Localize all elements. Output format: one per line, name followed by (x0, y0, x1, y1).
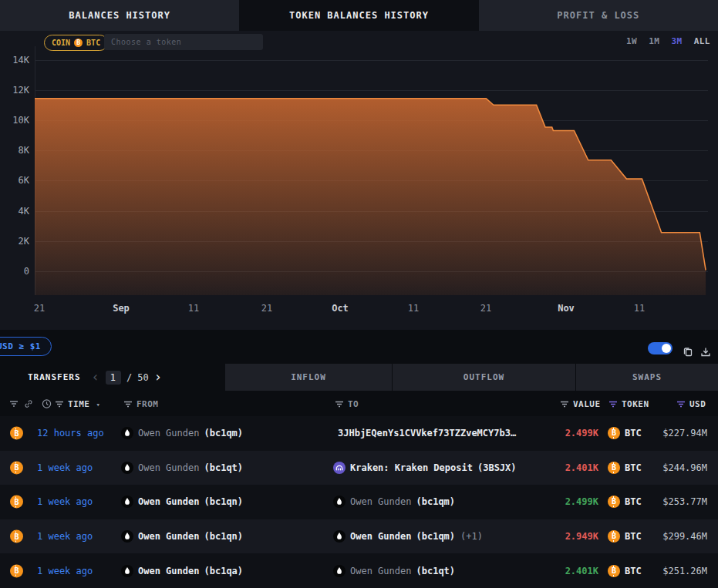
filter-icon (335, 400, 344, 408)
to-entity[interactable]: Kraken: Kraken Deposit (3BSJX) (333, 462, 517, 474)
usd-header-label: USD (689, 399, 706, 409)
table-row[interactable]: B 1 week ago Owen Gunden (bc1qn) Owen Gu… (0, 519, 718, 554)
to-name: Owen Gunden (350, 496, 411, 507)
entity-avatar-icon (121, 530, 133, 543)
to-name: Owen Gunden (350, 566, 411, 576)
y-tick: 10K (0, 114, 29, 126)
to-name: Owen Gunden (350, 531, 411, 542)
from-entity[interactable]: Owen Gunden (bc1qa) (121, 565, 243, 577)
transfer-time-link[interactable]: 1 week ago (37, 496, 93, 507)
time-header-label: TIME (68, 399, 90, 409)
from-name: Owen Gunden (138, 462, 199, 473)
entity-avatar-icon (333, 462, 346, 474)
to-entity[interactable]: 3JHbjEQenYs1CVVkef73TZZveMCY7b3… (333, 428, 516, 438)
from-name: Owen Gunden (138, 496, 199, 507)
bitcoin-icon: B (74, 39, 83, 47)
to-entity[interactable]: Owen Gunden (bc1qm) (+1) (333, 530, 483, 543)
from-entity[interactable]: Owen Gunden (bc1qm) (121, 427, 243, 439)
btc-token-icon: B (10, 427, 23, 440)
table-header: TIME ▾ FROM TO VALUE TOKEN USD (0, 391, 718, 417)
x-tick: 11 (634, 303, 645, 314)
from-name: Owen Gunden (138, 566, 199, 576)
transfer-value: 2.401K (531, 462, 598, 473)
column-token[interactable]: TOKEN (608, 399, 649, 409)
from-address: (bc1qn) (204, 531, 243, 542)
transfer-time-link[interactable]: 1 week ago (37, 462, 93, 473)
tab-outflow[interactable]: OUTFLOW (392, 364, 575, 391)
column-time[interactable]: TIME ▾ (55, 399, 100, 409)
top-tabbar: BALANCES HISTORY TOKEN BALANCES HISTORY … (0, 0, 718, 31)
column-usd[interactable]: USD (676, 399, 706, 409)
filter-icon (123, 400, 133, 408)
tab-transfers[interactable]: TRANSFERS ‹ 1 / 50 › (0, 364, 225, 391)
transfer-time-link[interactable]: 1 week ago (37, 531, 93, 542)
x-tick: Nov (558, 303, 575, 314)
entity-avatar-icon (333, 565, 346, 577)
download-icon[interactable] (699, 346, 712, 361)
x-tick: 11 (408, 303, 419, 314)
entity-avatar-icon (121, 496, 133, 508)
coin-filter-chip[interactable]: COIN B BTC (44, 35, 108, 51)
range-1w[interactable]: 1W (626, 36, 637, 46)
usd-value: $253.77M (636, 496, 707, 507)
range-all[interactable]: ALL (694, 36, 710, 46)
column-from[interactable]: FROM (123, 399, 159, 409)
filter-icon (55, 400, 64, 408)
transfer-time-link[interactable]: 1 week ago (37, 566, 93, 576)
entity-avatar-icon (121, 462, 133, 474)
from-entity[interactable]: Owen Gunden (bc1qn) (121, 530, 243, 543)
tab-token-balances-history[interactable]: TOKEN BALANCES HISTORY (239, 0, 478, 31)
to-header-label: TO (348, 399, 359, 409)
total-pages: 50 (137, 372, 148, 383)
from-entity[interactable]: Owen Gunden (bc1qt) (121, 462, 243, 474)
tab-swaps[interactable]: SWAPS (575, 364, 718, 391)
y-tick: 6K (0, 174, 29, 186)
from-header-label: FROM (137, 399, 159, 409)
to-entity[interactable]: Owen Gunden (bc1qt) (333, 565, 455, 577)
link-icon[interactable] (23, 398, 34, 409)
token-search-input[interactable] (104, 34, 263, 50)
to-entity[interactable]: Owen Gunden (bc1qm) (333, 496, 455, 508)
to-address: (bc1qm) (416, 496, 455, 507)
transfers-label: TRANSFERS (28, 372, 81, 382)
tab-inflow[interactable]: INFLOW (225, 364, 392, 391)
from-address: (bc1qn) (204, 496, 243, 507)
usd-filter-chip[interactable]: USD ≥ $1 (0, 337, 52, 356)
pagination: ‹ 1 / 50 › (92, 371, 163, 385)
btc-icon: B (608, 427, 620, 439)
column-value[interactable]: VALUE (560, 399, 601, 409)
x-tick: 21 (261, 303, 272, 314)
x-tick: 21 (480, 303, 491, 314)
tab-profit-loss[interactable]: PROFIT & LOSS (479, 0, 718, 31)
btc-icon: B (608, 530, 620, 543)
transfer-value: 2.401K (531, 566, 598, 576)
transfer-time-link[interactable]: 12 hours ago (37, 428, 104, 438)
next-page-chevron-icon[interactable]: › (154, 371, 163, 384)
filter-icon[interactable] (9, 400, 19, 408)
balance-area-chart[interactable] (35, 58, 706, 295)
table-row[interactable]: B 12 hours ago Owen Gunden (bc1qm) 3JHbj… (0, 416, 718, 451)
btc-token-icon: B (10, 530, 23, 543)
clock-icon[interactable] (42, 399, 52, 409)
transfer-value: 2.499K (531, 496, 598, 507)
range-1m[interactable]: 1M (649, 36, 659, 46)
btc-token-icon: B (10, 564, 23, 577)
tab-balances-history[interactable]: BALANCES HISTORY (0, 0, 239, 31)
usd-toggle[interactable] (648, 342, 672, 354)
entity-avatar-icon (121, 565, 133, 577)
btc-icon: B (608, 462, 620, 474)
table-row[interactable]: B 1 week ago Owen Gunden (bc1qt) Kraken:… (0, 451, 718, 486)
column-to[interactable]: TO (335, 399, 359, 409)
from-entity[interactable]: Owen Gunden (bc1qn) (121, 496, 243, 508)
x-tick: Sep (113, 303, 130, 314)
value-header-label: VALUE (573, 399, 601, 409)
range-3m[interactable]: 3M (671, 36, 682, 46)
prev-page-chevron-icon[interactable]: ‹ (92, 371, 100, 384)
table-row[interactable]: B 1 week ago Owen Gunden (bc1qa) Owen Gu… (0, 553, 718, 588)
from-name: Owen Gunden (138, 428, 199, 438)
from-address: (bc1qt) (204, 462, 243, 473)
copy-icon[interactable] (682, 346, 694, 361)
entity-avatar-icon (121, 427, 133, 439)
to-address: (3BSJX) (477, 462, 517, 473)
table-row[interactable]: B 1 week ago Owen Gunden (bc1qn) Owen Gu… (0, 485, 718, 519)
